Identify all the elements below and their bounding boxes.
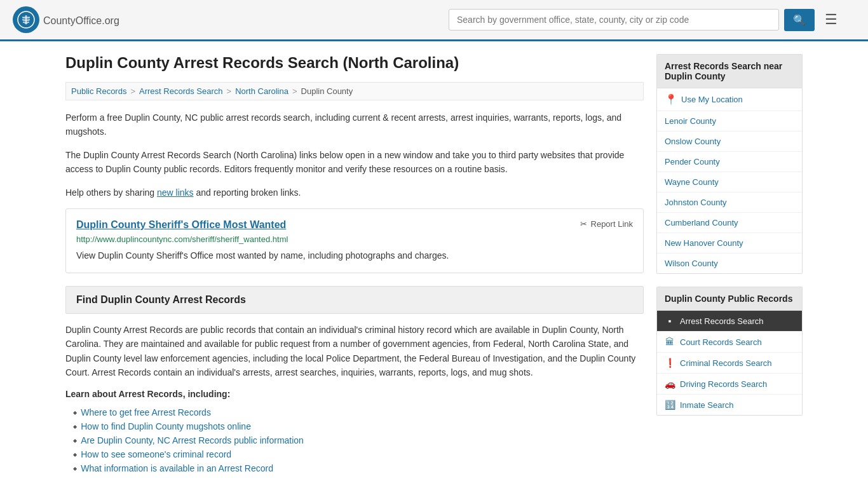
scissors-icon: ✂ bbox=[580, 219, 587, 229]
find-section-header: Find Duplin County Arrest Records bbox=[65, 286, 644, 314]
breadcrumb: Public Records > Arrest Records Search >… bbox=[65, 82, 644, 100]
learn-list-item[interactable]: How to find Duplin County mugshots onlin… bbox=[73, 419, 644, 433]
pub-rec-label: Inmate Search bbox=[680, 400, 734, 410]
header: CountyOffice.org 🔍 ☰ bbox=[0, 0, 868, 41]
desc-para-3-suffix: and reporting broken links. bbox=[194, 187, 301, 198]
breadcrumb-arrest-records[interactable]: Arrest Records Search bbox=[139, 86, 223, 96]
learn-list-item[interactable]: Are Duplin County, NC Arrest Records pub… bbox=[73, 433, 644, 447]
sidebar: Arrest Records Search near Duplin County… bbox=[656, 54, 803, 475]
breadcrumb-duplin-county: Duplin County bbox=[301, 86, 353, 96]
pub-rec-label: Arrest Records Search bbox=[680, 316, 764, 326]
use-location-link[interactable]: 📍 Use My Location bbox=[657, 88, 802, 111]
nearby-section: 📍 Use My Location Lenoir CountyOnslow Co… bbox=[656, 88, 803, 274]
logo-text[interactable]: CountyOffice.org bbox=[43, 13, 119, 27]
pub-rec-label: Driving Records Search bbox=[680, 379, 767, 389]
public-record-item[interactable]: 🏛Court Records Search bbox=[657, 332, 802, 353]
breadcrumb-public-records[interactable]: Public Records bbox=[71, 86, 126, 96]
logo-area: CountyOffice.org bbox=[13, 6, 119, 33]
learn-list-item[interactable]: How to see someone's criminal record bbox=[73, 447, 644, 461]
search-input[interactable] bbox=[449, 9, 779, 30]
nearby-county-link[interactable]: New Hanover County bbox=[657, 233, 802, 254]
search-icon: 🔍 bbox=[793, 15, 806, 25]
link-card: Duplin County Sheriff's Office Most Want… bbox=[65, 208, 644, 273]
pub-rec-icon: ❗ bbox=[665, 358, 675, 368]
learn-list-item[interactable]: Where to get free Arrest Records bbox=[73, 405, 644, 419]
learn-list: Where to get free Arrest RecordsHow to f… bbox=[65, 405, 644, 475]
breadcrumb-sep-1: > bbox=[130, 86, 135, 96]
nearby-county-link[interactable]: Wayne County bbox=[657, 172, 802, 193]
public-record-item[interactable]: ❗Criminal Records Search bbox=[657, 353, 802, 374]
pub-rec-icon: 🚗 bbox=[665, 379, 675, 389]
breadcrumb-north-carolina[interactable]: North Carolina bbox=[235, 86, 288, 96]
find-section-title: Find Duplin County Arrest Records bbox=[76, 294, 246, 305]
main-container: Duplin County Arrest Records Search (Nor… bbox=[53, 41, 815, 488]
content: Duplin County Arrest Records Search (Nor… bbox=[65, 54, 644, 475]
public-record-item[interactable]: 🚗Driving Records Search bbox=[657, 374, 802, 395]
menu-button[interactable]: ☰ bbox=[820, 9, 843, 30]
pub-rec-icon: 🔢 bbox=[665, 400, 675, 410]
link-card-desc: View Duplin County Sheriff's Office most… bbox=[76, 249, 633, 262]
logo-icon bbox=[13, 6, 39, 33]
desc-para-3-prefix: Help others by sharing bbox=[65, 187, 157, 198]
nearby-county-link[interactable]: Onslow County bbox=[657, 132, 802, 152]
link-card-title[interactable]: Duplin County Sheriff's Office Most Want… bbox=[76, 219, 286, 231]
public-records-section: ▪Arrest Records Search🏛Court Records Sea… bbox=[656, 310, 803, 416]
logo-name: CountyOffice bbox=[43, 15, 102, 26]
pub-rec-icon: 🏛 bbox=[665, 337, 675, 347]
breadcrumb-sep-3: > bbox=[292, 86, 297, 96]
pub-rec-label: Criminal Records Search bbox=[680, 358, 772, 368]
pub-rec-icon: ▪ bbox=[665, 316, 675, 326]
new-links-link[interactable]: new links bbox=[157, 187, 194, 198]
hamburger-icon: ☰ bbox=[825, 11, 837, 27]
public-record-item[interactable]: 🔢Inmate Search bbox=[657, 395, 802, 415]
desc-para-3: Help others by sharing new links and rep… bbox=[65, 186, 644, 200]
public-record-item[interactable]: ▪Arrest Records Search bbox=[657, 311, 802, 332]
nearby-section-title: Arrest Records Search near Duplin County bbox=[656, 54, 803, 88]
page-title: Duplin County Arrest Records Search (Nor… bbox=[65, 54, 644, 72]
nearby-county-link[interactable]: Pender County bbox=[657, 152, 802, 172]
public-records-section-title: Duplin County Public Records bbox=[656, 287, 803, 310]
nearby-county-link[interactable]: Wilson County bbox=[657, 254, 802, 273]
search-area: 🔍 ☰ bbox=[449, 9, 843, 31]
breadcrumb-sep-2: > bbox=[227, 86, 232, 96]
pub-rec-label: Court Records Search bbox=[680, 337, 762, 347]
logo-ext: .org bbox=[102, 15, 119, 26]
find-section-para: Duplin County Arrest Records are public … bbox=[65, 323, 644, 380]
use-location-label: Use My Location bbox=[681, 95, 743, 104]
search-button[interactable]: 🔍 bbox=[784, 9, 815, 31]
nearby-county-link[interactable]: Lenoir County bbox=[657, 111, 802, 132]
learn-list-item[interactable]: What information is available in an Arre… bbox=[73, 461, 644, 475]
desc-para-1: Perform a free Duplin County, NC public … bbox=[65, 111, 644, 139]
link-card-header: Duplin County Sheriff's Office Most Want… bbox=[76, 219, 633, 231]
nearby-links: Lenoir CountyOnslow CountyPender CountyW… bbox=[657, 111, 802, 273]
nearby-county-link[interactable]: Johnston County bbox=[657, 193, 802, 213]
desc-para-2: The Duplin County Arrest Records Search … bbox=[65, 148, 644, 177]
nearby-county-link[interactable]: Cumberland County bbox=[657, 213, 802, 233]
report-link-button[interactable]: ✂ Report Link bbox=[580, 219, 633, 229]
location-pin-icon: 📍 bbox=[665, 93, 677, 105]
report-link-label: Report Link bbox=[591, 219, 633, 229]
learn-title: Learn about Arrest Records, including: bbox=[65, 389, 644, 399]
link-card-url[interactable]: http://www.duplincountync.com/sheriff/sh… bbox=[76, 234, 633, 244]
